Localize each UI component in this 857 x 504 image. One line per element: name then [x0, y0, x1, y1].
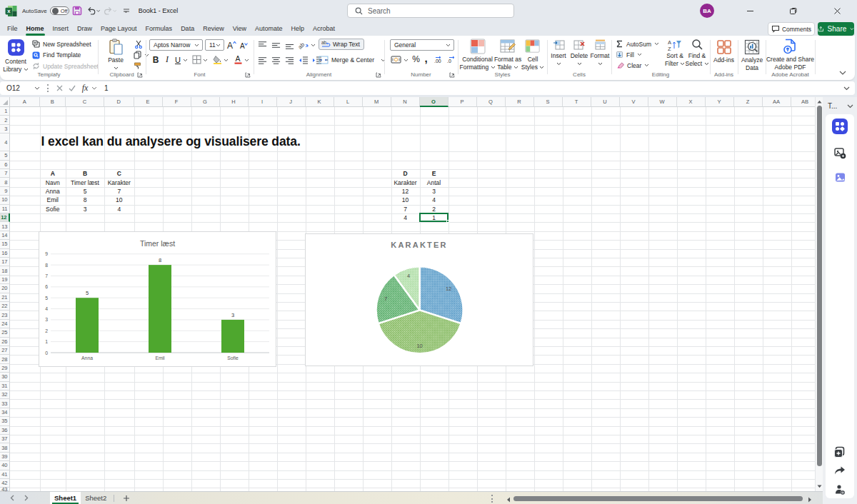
sheet-tab-sheet2[interactable]: Sheet2: [81, 492, 111, 504]
undo-button[interactable]: [87, 3, 101, 19]
avatar[interactable]: BA: [700, 4, 714, 18]
underline-button[interactable]: U: [174, 54, 181, 65]
row-header-33[interactable]: 33: [0, 399, 10, 408]
row-header-34[interactable]: 34: [0, 408, 10, 417]
row-header-23[interactable]: 23: [0, 311, 10, 319]
row-header-36[interactable]: 36: [0, 426, 10, 435]
tab-acrobat[interactable]: Acrobat: [309, 21, 339, 36]
save-button[interactable]: [71, 3, 84, 19]
decrease-indent-button[interactable]: [298, 54, 309, 66]
column-header-H[interactable]: H: [220, 97, 249, 107]
cell-C11[interactable]: 3: [66, 205, 104, 213]
cell-D9[interactable]: 7: [104, 187, 134, 196]
column-header-R[interactable]: R: [506, 97, 534, 107]
tab-data[interactable]: Data: [176, 21, 199, 36]
column-header-W[interactable]: W: [648, 97, 677, 107]
row-header-2[interactable]: 2: [0, 116, 10, 124]
row-header-13[interactable]: 13: [0, 222, 10, 231]
sheet-title-text[interactable]: I excel kan du analysere og visualisere …: [41, 133, 301, 151]
image-library-button[interactable]: [826, 146, 854, 159]
align-top-button[interactable]: [256, 39, 268, 51]
cell-N7[interactable]: D: [391, 169, 420, 178]
column-header-E[interactable]: E: [134, 97, 163, 107]
row-header-38[interactable]: 38: [0, 443, 10, 452]
font-color-button[interactable]: A: [233, 54, 243, 64]
create-share-pdf-button[interactable]: Create and ShareAdobe PDF: [766, 39, 815, 71]
format-as-table-button[interactable]: Format asTable: [495, 39, 521, 71]
column-header-D[interactable]: D: [104, 97, 134, 107]
column-header-O[interactable]: O: [420, 97, 448, 107]
borders-caret[interactable]: [202, 57, 208, 63]
dialog-launcher-alignment[interactable]: [376, 71, 382, 78]
ribbon-collapse-button[interactable]: [838, 69, 848, 77]
row-header-31[interactable]: 31: [0, 382, 10, 390]
row-header-30[interactable]: 30: [0, 373, 10, 381]
cell-styles-button[interactable]: CellStyles: [521, 39, 545, 71]
tab-draw[interactable]: Draw: [73, 21, 96, 36]
cell-B7[interactable]: A: [40, 169, 66, 178]
cell-C9[interactable]: 5: [66, 187, 104, 196]
add-ins-button[interactable]: Add-ins: [712, 39, 736, 64]
vertical-scrollbar[interactable]: [815, 97, 823, 491]
column-header-J[interactable]: J: [277, 97, 306, 107]
align-left-button[interactable]: [256, 54, 268, 66]
align-middle-button[interactable]: [270, 39, 281, 51]
sort-filter-button[interactable]: A Z Sort &Filter: [663, 39, 687, 67]
format-painter-button[interactable]: [133, 61, 143, 70]
column-header-L[interactable]: L: [334, 97, 363, 107]
find-template-button[interactable]: Find Template: [32, 51, 81, 59]
row-header-10[interactable]: 10: [0, 196, 10, 204]
row-header-8[interactable]: 8: [0, 178, 10, 186]
tab-formulas[interactable]: Formulas: [141, 21, 177, 36]
sheet-tab-sheet1[interactable]: Sheet1: [50, 492, 81, 504]
conditional-formatting-button[interactable]: ConditionalFormatting: [458, 39, 497, 71]
cell-C7[interactable]: B: [66, 169, 104, 178]
column-header-AA[interactable]: AA: [763, 97, 791, 107]
row-header-19[interactable]: 19: [0, 276, 10, 284]
row-header-11[interactable]: 11: [0, 205, 10, 213]
grow-font-button[interactable]: A: [226, 39, 238, 51]
cell-C8[interactable]: Timer læst: [66, 178, 104, 186]
share-button[interactable]: Share: [818, 22, 854, 36]
row-header-24[interactable]: 24: [0, 320, 10, 328]
tab-view[interactable]: View: [229, 21, 251, 36]
column-header-F[interactable]: F: [163, 97, 191, 107]
accounting-caret[interactable]: [403, 57, 409, 63]
cell-B8[interactable]: Navn: [40, 178, 66, 186]
column-header-T[interactable]: T: [563, 97, 591, 107]
row-header-1[interactable]: 1: [0, 107, 10, 116]
row-header-21[interactable]: 21: [0, 293, 10, 302]
dialog-launcher-number[interactable]: [449, 71, 456, 78]
column-header-M[interactable]: M: [363, 97, 391, 107]
bold-button[interactable]: B: [151, 54, 160, 65]
format-cells-button[interactable]: Format: [590, 39, 610, 67]
row-header-25[interactable]: 25: [0, 328, 10, 337]
accounting-format-button[interactable]: [390, 54, 401, 65]
name-box-caret-icon[interactable]: [34, 86, 40, 90]
row-header-9[interactable]: 9: [0, 187, 10, 196]
row-header-39[interactable]: 39: [0, 453, 10, 461]
column-header-K[interactable]: K: [306, 97, 334, 107]
row-header-6[interactable]: 6: [0, 161, 10, 169]
align-center-button[interactable]: [270, 54, 281, 66]
column-header-Q[interactable]: Q: [477, 97, 506, 107]
scroll-right-arrow[interactable]: [808, 497, 812, 503]
tab-insert[interactable]: Insert: [49, 21, 74, 36]
row-header-14[interactable]: 14: [0, 231, 10, 240]
align-bottom-button[interactable]: [284, 39, 295, 51]
close-button[interactable]: [823, 0, 851, 21]
row-header-32[interactable]: 32: [0, 390, 10, 399]
row-header-27[interactable]: 27: [0, 346, 10, 355]
column-header-X[interactable]: X: [677, 97, 706, 107]
tab-file[interactable]: File: [3, 21, 22, 36]
column-header-P[interactable]: P: [448, 97, 477, 107]
cancel-entry-button[interactable]: [53, 82, 66, 95]
row-header-35[interactable]: 35: [0, 417, 10, 425]
find-select-button[interactable]: Find &Select: [686, 39, 708, 67]
row-header-29[interactable]: 29: [0, 364, 10, 373]
copy-add-button[interactable]: [826, 445, 854, 460]
row-header-17[interactable]: 17: [0, 258, 10, 266]
sheet-nav-next-button[interactable]: [19, 492, 34, 504]
column-header-S[interactable]: S: [534, 97, 563, 107]
font-name-combo[interactable]: Aptos Narrow: [149, 39, 203, 51]
